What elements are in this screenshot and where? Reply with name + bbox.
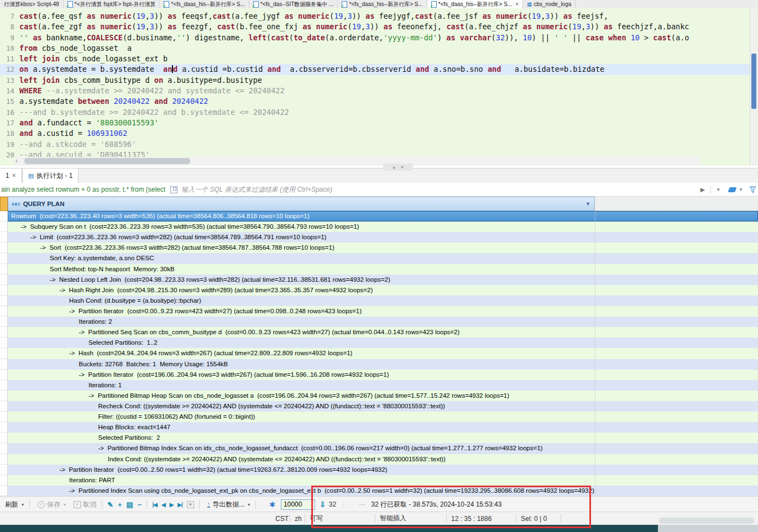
- editor-tab[interactable]: ▦cbs_node_loga: [523, 0, 576, 8]
- first-row-icon[interactable]: |◀: [152, 502, 157, 508]
- duplicate-row-icon[interactable]: ▤: [127, 501, 133, 509]
- plan-row[interactable]: -> Limit (cost=223.36..223.36 rows=3 wid…: [0, 232, 758, 243]
- editor-line[interactable]: 14WHERE --a.systemdate >= 20240422 and s…: [0, 86, 750, 96]
- plan-row[interactable]: Selected Partitions: 1..2: [0, 338, 758, 348]
- sql-editor[interactable]: 7cast(a.fee_qsf as numeric(19,3)) as fee…: [0, 8, 750, 166]
- tab-results-grid[interactable]: 1 ×: [0, 168, 22, 183]
- editor-line[interactable]: 7cast(a.fee_qsf as numeric(19,3)) as fee…: [0, 11, 750, 22]
- plan-row[interactable]: -> Partitioned Bitmap Index Scan on idx_…: [0, 443, 758, 454]
- editor-tab[interactable]: ✓*<fs_daas_his--新并行库> S...: [338, 0, 427, 8]
- last-row-icon[interactable]: ▶|: [177, 502, 182, 508]
- editor-line[interactable]: 16---and b.systemdate >= 20240422 and b.…: [0, 107, 750, 118]
- plan-row[interactable]: -> Partition Iterator (cost=0.00..9.23 r…: [0, 306, 758, 317]
- edit-cell-icon[interactable]: ✎: [107, 501, 113, 509]
- editor-line[interactable]: 10from cbs_node_logasset a: [0, 43, 750, 54]
- editor-line[interactable]: 13left join cbs_comm_busitype d on a.bus…: [0, 75, 750, 86]
- goto-row-icon[interactable]: ▣: [187, 501, 194, 508]
- editor-line[interactable]: 11left join cbs_node_logasset_ext b: [0, 54, 750, 64]
- collapse-down-icon[interactable]: ▼: [400, 165, 404, 169]
- editor-line[interactable]: 9'' as bankname,COALESCE(d.businame,'') …: [0, 33, 750, 43]
- cancel-box-icon: ×: [74, 501, 81, 508]
- plan-row[interactable]: -> Nested Loop Left Join (cost=204.98..2…: [0, 275, 758, 285]
- plan-row[interactable]: Iterations: 2: [0, 317, 758, 327]
- eraser-icon[interactable]: [728, 187, 736, 192]
- plan-row[interactable]: Buckets: 32768 Batches: 1 Memory Usage: …: [0, 359, 758, 370]
- delete-row-icon[interactable]: −: [138, 501, 142, 509]
- cancel-button[interactable]: × 取消: [71, 500, 99, 509]
- editor-tab[interactable]: 行清算kbos> Script-48: [0, 0, 64, 8]
- plan-row[interactable]: Sort Key: a.systemdate, a.sno DESC: [0, 253, 758, 264]
- status-item: 智能插入: [375, 514, 446, 523]
- plan-row[interactable]: Hash Cond: (d.busitype = (a.busitype)::b…: [0, 296, 758, 306]
- plan-row[interactable]: Filter: ((custid = 106931062) AND (fortu…: [0, 412, 758, 422]
- editor-tab[interactable]: ✓*<并行清算 fspt库> fspt-并行清算: [64, 0, 160, 8]
- editor-tab[interactable]: ✓*<fs_das--SIT数据服务集中 ...: [249, 0, 338, 8]
- editor-line[interactable]: 12on a.systemdate = b.systemdate and a.c…: [0, 64, 750, 75]
- filter-funnel-icon[interactable]: [749, 186, 756, 193]
- collapse-up-icon[interactable]: ▲: [392, 165, 396, 169]
- editor-tab[interactable]: ✓*<fs_daas_his--新并行库> S...: [160, 0, 249, 8]
- plan-row[interactable]: Recheck Cond: ((systemdate >= 20240422) …: [0, 401, 758, 412]
- editor-line[interactable]: 15a.systemdate between 20240422 and 2024…: [0, 96, 750, 107]
- status-ellipsis[interactable]: ···: [359, 501, 365, 508]
- add-row-icon[interactable]: +: [118, 501, 122, 509]
- plan-row[interactable]: Rownum (cost=223.36..223.40 rows=3 width…: [0, 211, 758, 222]
- editor-line[interactable]: 19--and a.stkcode = '688596': [0, 139, 750, 150]
- close-icon[interactable]: ×: [515, 1, 519, 7]
- column-dropdown-icon[interactable]: ▼: [586, 201, 590, 207]
- line-number: 13: [0, 75, 19, 86]
- editor-line[interactable]: 18and a.custid = 106931062: [0, 128, 750, 139]
- plan-row[interactable]: -> Partitioned Seq Scan on cbs_comm_busi…: [0, 327, 758, 338]
- close-icon[interactable]: ×: [12, 172, 16, 180]
- plan-row[interactable]: Heap Blocks: exact=1447: [0, 422, 758, 433]
- fetch-status-text: 32 行已获取 - 38.573s, 2024-10-24 15:53:43: [371, 500, 501, 509]
- scroll-corner[interactable]: [659, 518, 754, 524]
- chevron-down-icon[interactable]: ▾: [64, 502, 66, 507]
- plan-row[interactable]: Iterations: 1: [0, 380, 758, 391]
- fetch-size-input[interactable]: [281, 499, 315, 510]
- plan-row[interactable]: -> Partitioned Index Scan using cbs_node…: [0, 486, 758, 496]
- editor-line[interactable]: 17and a.fundacct = '880300015593': [0, 118, 750, 128]
- row-header-corner: [0, 197, 8, 211]
- previous-row-icon[interactable]: ◀: [161, 502, 165, 508]
- refresh-button[interactable]: 刷新 ▾: [2, 500, 27, 509]
- export-data-button[interactable]: ↑ 导出数据... ▾: [205, 500, 253, 509]
- fetch-settings-icon[interactable]: ∗: [269, 499, 276, 509]
- toolbar-overflow-icon[interactable]: ⋮: [341, 501, 347, 508]
- row-header-cell: [0, 232, 8, 243]
- filter-input[interactable]: 输入一个 SQL 表达式来过滤结果 (使用 Ctrl+Space): [181, 185, 697, 194]
- apply-filter-icon[interactable]: ▶: [701, 186, 705, 193]
- plan-row[interactable]: -> Hash Right Join (cost=204.98..215.30 …: [0, 285, 758, 296]
- scrollbar-thumb[interactable]: [751, 54, 756, 109]
- plan-row[interactable]: Sort Method: top-N heapsort Memory: 30kB: [0, 264, 758, 275]
- column-header-query-plan[interactable]: ABC QUERY PLAN ▼: [8, 197, 595, 211]
- plan-row[interactable]: Iterations: PART: [0, 475, 758, 486]
- tab-execution-plan[interactable]: ▤ 执行计划 - 1: [22, 168, 79, 183]
- editor-tab[interactable]: ✓*<fs_daas_his--新并行库> S...×: [427, 0, 523, 8]
- plan-row[interactable]: -> Subquery Scan on t (cost=223.36..223.…: [0, 222, 758, 232]
- row-header-cell: [0, 243, 8, 253]
- plan-row[interactable]: -> Sort (cost=223.36..223.36 rows=3 widt…: [0, 243, 758, 253]
- next-row-icon[interactable]: ▶: [170, 502, 174, 508]
- plan-row[interactable]: Selected Partitions: 2: [0, 433, 758, 443]
- plan-row[interactable]: -> Hash (cost=204.94..204.94 rows=3 widt…: [0, 348, 758, 359]
- scroll-left-arrow-icon[interactable]: ‹: [15, 157, 18, 165]
- editor-line[interactable]: 8cast(a.fee_zgf as numeric(19,3)) as fee…: [0, 22, 750, 32]
- eraser-dropdown-icon[interactable]: ▼: [739, 187, 743, 192]
- sql-script-icon: ✓: [342, 1, 347, 8]
- scrollbar-thumb[interactable]: [24, 158, 190, 164]
- plan-row[interactable]: -> Partition Iterator (cost=196.06..204.…: [0, 370, 758, 380]
- chevron-down-icon[interactable]: ▾: [248, 502, 250, 507]
- chevron-down-icon[interactable]: ▾: [22, 502, 24, 507]
- plan-row[interactable]: -> Partition Iterator (cost=0.00..2.50 r…: [0, 465, 758, 475]
- save-button[interactable]: ✓ 保存 ▾: [35, 500, 69, 509]
- plan-row[interactable]: Index Cond: ((systemdate >= 20240422) AN…: [0, 454, 758, 465]
- expand-icon[interactable]: [170, 186, 177, 193]
- filter-history-dropdown-icon[interactable]: ▼: [716, 187, 720, 192]
- plan-row[interactable]: -> Partitioned Bitmap Heap Scan on cbs_n…: [0, 391, 758, 401]
- row-header-cell: [0, 222, 8, 232]
- editor-vertical-scrollbar[interactable]: [750, 8, 758, 166]
- editor-horizontal-scrollbar[interactable]: ‹: [14, 157, 700, 165]
- fetch-next-segment-icon[interactable]: ⇩: [320, 501, 326, 509]
- splitter-collapse-control[interactable]: ▲ ▼: [383, 164, 413, 171]
